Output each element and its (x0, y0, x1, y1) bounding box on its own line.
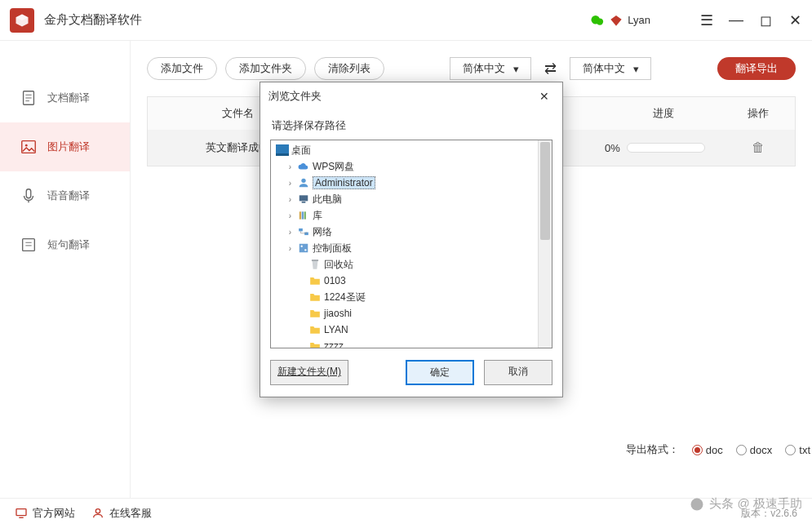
tree-item[interactable]: ›库 (271, 207, 552, 224)
dialog-close-icon[interactable]: ✕ (535, 88, 554, 104)
tree-item[interactable]: ›回收站 (271, 256, 552, 273)
svg-rect-12 (16, 509, 26, 516)
svg-rect-8 (26, 189, 31, 198)
dialog-subtitle: 请选择保存路径 (260, 110, 562, 140)
tree-item-label: 0103 (324, 275, 346, 286)
tree-item[interactable]: ›此电脑 (271, 191, 552, 207)
scroll-thumb[interactable] (540, 142, 550, 240)
tree-item-label: WPS网盘 (313, 160, 354, 174)
tree-item[interactable]: ›控制面板 (271, 240, 552, 256)
sidebar-label: 文档翻译 (47, 91, 90, 105)
sidebar-label: 图片翻译 (47, 140, 90, 154)
clear-list-button[interactable]: 清除列表 (314, 57, 384, 80)
minimize-icon[interactable]: — (729, 13, 743, 28)
dialog-title: 浏览文件夹 (268, 89, 322, 104)
expander-icon[interactable]: › (286, 211, 295, 220)
headset-icon (91, 507, 104, 520)
expander-icon[interactable]: › (286, 195, 295, 204)
swap-icon[interactable]: ⇄ (539, 60, 561, 78)
vip-icon[interactable] (610, 14, 623, 27)
tree-item[interactable]: ›0103 (271, 273, 552, 289)
browse-folder-dialog: 浏览文件夹 ✕ 请选择保存路径 桌面 ›WPS网盘›Administrator›… (260, 82, 563, 397)
tree-item[interactable]: ›jiaoshi (271, 305, 552, 322)
svg-rect-20 (302, 202, 306, 203)
app-logo (10, 8, 34, 33)
wechat-icon[interactable] (590, 13, 605, 28)
close-icon[interactable]: ✕ (788, 13, 802, 28)
radio-docx[interactable]: docx (736, 444, 772, 456)
sidebar-item-sentence[interactable]: 短句翻译 (0, 220, 130, 269)
lang-from-label: 简体中文 (463, 61, 505, 76)
username[interactable]: Lyan (628, 14, 650, 26)
scrollbar[interactable] (538, 140, 552, 348)
svg-rect-24 (299, 229, 303, 232)
tree-item-label: LYAN (324, 324, 348, 335)
app-title: 金舟文档翻译软件 (44, 12, 142, 28)
svg-point-14 (95, 509, 100, 513)
sidebar-item-document[interactable]: 文档翻译 (0, 73, 130, 122)
tree-item[interactable]: ›zzzz (271, 338, 552, 348)
radio-txt[interactable]: txt (785, 444, 810, 456)
export-button[interactable]: 翻译导出 (717, 57, 796, 80)
tree-item-label: 网络 (313, 225, 332, 239)
progress-bar (627, 143, 705, 153)
delete-icon[interactable]: 🗑 (752, 140, 765, 154)
lang-from-dropdown[interactable]: 简体中文▾ (450, 57, 531, 80)
tree-item[interactable]: ›LYAN (271, 322, 552, 338)
tree-item-label: 库 (313, 209, 322, 223)
folder-icon (308, 291, 322, 304)
sidebar-item-image[interactable]: 图片翻译 (0, 122, 130, 171)
image-icon (20, 138, 38, 156)
desktop-icon (276, 144, 289, 157)
lib-icon (297, 209, 310, 222)
cloud-icon (297, 160, 310, 173)
support-link[interactable]: 在线客服 (91, 506, 152, 521)
lang-to-dropdown[interactable]: 简体中文▾ (570, 57, 651, 80)
sidebar-label: 语音翻译 (47, 189, 90, 203)
folder-icon (308, 339, 322, 348)
expander-icon[interactable]: › (286, 228, 295, 237)
tree-item[interactable]: ›WPS网盘 (271, 158, 552, 175)
tree-item-label: jiaoshi (324, 308, 352, 319)
expander-icon[interactable]: › (286, 244, 295, 253)
ok-button[interactable]: 确定 (406, 360, 474, 385)
col-action: 操作 (721, 106, 795, 121)
add-folder-button[interactable]: 添加文件夹 (225, 57, 306, 80)
add-file-button[interactable]: 添加文件 (147, 57, 217, 80)
expander-icon[interactable]: › (286, 179, 295, 188)
toolbar: 添加文件 添加文件夹 清除列表 简体中文▾ ⇄ 简体中文▾ 翻译导出 (147, 57, 796, 80)
menu-icon[interactable]: ☰ (699, 13, 714, 28)
svg-rect-26 (300, 244, 308, 253)
svg-point-28 (304, 249, 306, 251)
svg-rect-9 (23, 239, 35, 251)
sidebar-label: 短句翻译 (47, 237, 90, 252)
tree-item-label: 此电脑 (313, 193, 342, 206)
expander-icon[interactable]: › (286, 162, 295, 171)
tree-item-label: 1224圣诞 (324, 291, 366, 304)
monitor-icon (15, 507, 28, 520)
official-site-link[interactable]: 官方网站 (15, 506, 75, 521)
tree-item-label: 控制面板 (313, 242, 352, 255)
svg-rect-19 (300, 195, 308, 201)
tree-item[interactable]: ›1224圣诞 (271, 289, 552, 305)
tree-item[interactable]: ›网络 (271, 224, 552, 240)
radio-doc[interactable]: doc (692, 444, 723, 456)
bin-icon (308, 258, 322, 271)
watermark: 头条 @ 极速手助 (690, 496, 802, 512)
svg-rect-29 (312, 260, 318, 261)
new-folder-button[interactable]: 新建文件夹(M) (270, 360, 348, 385)
tree-item[interactable]: ›Administrator (271, 175, 552, 191)
chevron-down-icon: ▾ (633, 63, 639, 75)
mic-icon (20, 187, 38, 205)
tree-root[interactable]: 桌面 (271, 142, 552, 158)
svg-rect-16 (276, 144, 289, 153)
user-icon (297, 176, 310, 189)
titlebar: 金舟文档翻译软件 Lyan ☰ — ◻ ✕ (0, 0, 812, 41)
cancel-button[interactable]: 取消 (484, 360, 552, 385)
net-icon (297, 225, 310, 238)
sidebar-item-audio[interactable]: 语音翻译 (0, 171, 130, 220)
folder-icon (308, 323, 322, 336)
folder-tree: 桌面 ›WPS网盘›Administrator›此电脑›库›网络›控制面板›回收… (270, 140, 552, 348)
export-format: 导出格式： doc docx txt (626, 442, 810, 457)
maximize-icon[interactable]: ◻ (758, 13, 773, 28)
